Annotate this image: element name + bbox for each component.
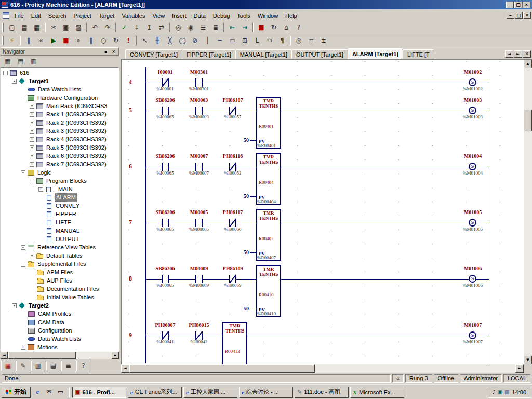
- menu-search[interactable]: Search: [45, 11, 70, 20]
- open-button[interactable]: ▤: [18, 22, 31, 33]
- network-icon[interactable]: ▣: [498, 389, 502, 395]
- toolchest-button[interactable]: ☰: [197, 22, 209, 33]
- tab-fipper-target1[interactable]: FIPPER [Target1]: [182, 49, 236, 59]
- tree-item-cam-profiles[interactable]: CAM Profiles: [1, 310, 118, 318]
- navigator-hscrollbar[interactable]: ◄ ►: [1, 352, 119, 359]
- alert-button[interactable]: !: [122, 35, 135, 46]
- pause-button[interactable]: ∥: [85, 35, 97, 46]
- tab-convey-target1[interactable]: CONVEY [Target1]: [125, 49, 182, 59]
- contact-name[interactable]: M00003: [182, 97, 216, 103]
- feedback-zone-tab[interactable]: ≣: [61, 361, 75, 371]
- contact-name[interactable]: SB86206: [149, 265, 182, 271]
- tree-item-program-blocks[interactable]: -Program Blocks: [1, 177, 118, 185]
- online-button[interactable]: ⇄: [155, 22, 168, 33]
- set-coil[interactable]: S: [469, 107, 476, 114]
- expander-expand-icon[interactable]: +: [30, 254, 34, 258]
- pv-value[interactable]: 50: [240, 137, 249, 143]
- inspector-tab[interactable]: ▤: [46, 361, 60, 371]
- tree-item-motions[interactable]: +Motions: [1, 343, 118, 351]
- companion-tab[interactable]: ?: [76, 361, 90, 371]
- quicklaunch-ie-button[interactable]: e: [32, 387, 43, 397]
- contact-name[interactable]: M00005: [182, 209, 216, 215]
- rung-number[interactable]: 4: [123, 78, 138, 86]
- expander-expand-icon[interactable]: +: [30, 145, 34, 150]
- pin-icon[interactable]: ▪: [102, 49, 109, 55]
- set-coil[interactable]: S: [469, 163, 476, 170]
- cycle-button[interactable]: ↻: [110, 35, 122, 46]
- taskbar-task-item[interactable]: e综合讨论 - ...: [239, 387, 293, 398]
- help-button[interactable]: ?: [292, 22, 305, 33]
- tree-item-cam-data[interactable]: CAM Data: [1, 318, 118, 326]
- stop-run-button[interactable]: ■: [60, 35, 72, 46]
- ladder-vscrollbar[interactable]: ▲ ▼: [524, 60, 532, 364]
- expander-collapse-icon[interactable]: -: [21, 170, 25, 175]
- pv-value[interactable]: 50: [240, 249, 249, 255]
- menu-help[interactable]: Help: [282, 11, 301, 20]
- coil-button[interactable]: ◯: [176, 35, 189, 46]
- set-coil[interactable]: S: [469, 78, 476, 86]
- pv-value[interactable]: 50: [240, 305, 249, 311]
- menu-view[interactable]: View: [149, 11, 168, 20]
- timer-function-block[interactable]: TMRTENTHSR00410PV: [256, 265, 281, 317]
- contact-name[interactable]: PH86109: [216, 265, 249, 271]
- tree-item-lifte[interactable]: LIFTE: [1, 218, 118, 227]
- tree-item-rack-4-ic693chs392[interactable]: +Rack 4 (IC693CHS392): [1, 135, 118, 143]
- contact-name[interactable]: M00301: [182, 69, 216, 75]
- tree-item-convey[interactable]: CONVEY: [1, 202, 118, 210]
- paste-button[interactable]: ▨: [72, 22, 85, 33]
- navigator-tree[interactable]: -616-Target1Data Watch Lists-Hardware Co…: [1, 67, 119, 352]
- select-button[interactable]: ↖: [139, 35, 151, 46]
- rung-number[interactable]: 5: [123, 107, 138, 114]
- coil-name[interactable]: M01005: [456, 209, 489, 215]
- expander-collapse-icon[interactable]: -: [12, 303, 17, 308]
- zoom-button[interactable]: ±: [317, 35, 330, 46]
- neg-coil-button[interactable]: ⊘: [189, 35, 201, 46]
- tree-item-target2[interactable]: -Target2: [1, 301, 118, 310]
- tree-item-manual[interactable]: MANUAL: [1, 227, 118, 235]
- tree-view-button[interactable]: ▦: [2, 56, 14, 67]
- tree-item-main-rack-ic693chs3[interactable]: +Main Rack (IC693CHS3: [1, 102, 118, 110]
- tree-item-rack-6-ic693chs392[interactable]: +Rack 6 (IC693CHS392): [1, 152, 118, 160]
- home-button[interactable]: ⌂: [280, 22, 292, 33]
- new-button[interactable]: ▢: [6, 22, 18, 33]
- navigator-hscroll-thumb[interactable]: [8, 352, 76, 359]
- tree-item-logic[interactable]: -Logic: [1, 168, 118, 177]
- tree-item-output[interactable]: OUTPUT: [1, 235, 118, 243]
- info-view-button[interactable]: ▥: [28, 56, 40, 67]
- restore-button[interactable]: ▢: [514, 2, 522, 8]
- tree-item-target1[interactable]: -Target1: [1, 77, 118, 85]
- online-power-button[interactable]: ⚡: [6, 35, 18, 46]
- menu-data[interactable]: Data: [190, 11, 209, 20]
- tree-item-documentation-files[interactable]: Documentation Files: [1, 285, 118, 293]
- combined-view-button[interactable]: ▤: [15, 56, 27, 67]
- expander-expand-icon[interactable]: +: [30, 112, 34, 117]
- scroll-down-icon[interactable]: ▼: [524, 356, 532, 364]
- scroll-left-icon[interactable]: ◄: [121, 364, 129, 373]
- system-tray[interactable]: ♪▣▥ 14:00: [488, 387, 530, 398]
- toolbar-grip[interactable]: [2, 23, 4, 32]
- tab-lifte-t[interactable]: LIFTE [T: [403, 49, 434, 59]
- coil-name[interactable]: M01002: [456, 69, 489, 75]
- coil-name[interactable]: M01003: [456, 97, 489, 103]
- rung-number[interactable]: 9: [123, 331, 138, 339]
- expander-expand-icon[interactable]: +: [30, 129, 34, 134]
- tree-item-main[interactable]: +_MAIN: [1, 185, 118, 193]
- menu-insert[interactable]: Insert: [168, 11, 190, 20]
- standby-button[interactable]: ○: [97, 35, 110, 46]
- ladder-vscroll-thumb[interactable]: [524, 110, 532, 131]
- scroll-right-icon[interactable]: ►: [515, 364, 524, 373]
- contact-name[interactable]: PH86015: [182, 322, 216, 328]
- tree-item-rack-5-ic693chs392[interactable]: +Rack 5 (IC693CHS392): [1, 143, 118, 152]
- tree-item-rack-7-ic693chs392[interactable]: +Rack 7 (IC693CHS392): [1, 160, 118, 168]
- mdi-restore-button[interactable]: ▢: [515, 12, 523, 19]
- ladder-hscrollbar[interactable]: ◄ ►: [121, 364, 524, 373]
- child-window-icon[interactable]: [3, 12, 9, 19]
- tree-item-initial-value-tables[interactable]: Initial Value Tables: [1, 293, 118, 301]
- menu-window[interactable]: Window: [254, 11, 282, 20]
- taskbar-task-item[interactable]: e工控人家园 ...: [183, 387, 237, 398]
- timer-function-block[interactable]: TMRTENTHSR00404PV: [256, 153, 281, 205]
- set-coil[interactable]: S: [469, 275, 476, 283]
- copy-button[interactable]: ▣: [60, 22, 72, 33]
- start-button[interactable]: 开始: [2, 387, 31, 398]
- scroll-right-icon[interactable]: ►: [112, 352, 119, 359]
